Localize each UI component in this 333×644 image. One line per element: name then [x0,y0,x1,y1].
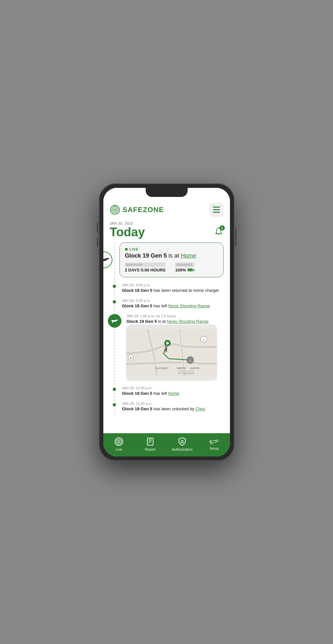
authorization-nav-icon [178,437,187,446]
svg-point-14 [111,320,112,321]
svg-rect-12 [112,322,113,323]
date-label: JAN 30, 2023 [110,221,224,225]
event-text-5: Glock 19 Gen 5 has been unlocked by Chri… [122,406,205,412]
chris-link[interactable]: Chris [195,406,205,411]
map-container[interactable]: 1 5 ⌂ [126,324,217,381]
live-title: Glock 19 Gen 5 is at Home [125,252,218,259]
power-button [235,229,236,246]
page-title: Today [110,225,145,239]
nav-authorization[interactable]: Authorization [172,437,193,451]
svg-rect-13 [116,320,117,321]
phone-frame: SAFEZONE JAN 30, 2023 Today 1 [99,183,234,461]
svg-text:5: 5 [130,356,131,359]
svg-point-38 [149,438,151,440]
charged-value: 100% [175,268,194,272]
event-date-3: JAN 28- 1:00 p.m. for 2.5 hours [127,314,209,318]
event-date-1: JAN 28- 4:00 p.m. [122,283,219,287]
event-charger: JAN 28- 4:00 p.m. Glock 19 Gen 5 has bee… [110,283,224,293]
live-dot [125,248,128,250]
menu-line-1 [213,207,220,208]
volume-down-button [97,237,98,247]
timeline: LIVE Glock 19 Gen 5 is at Home DURATION … [103,239,230,433]
event-date-2: JAN 28- 3:30 p.m. [122,299,210,302]
event-dot-2 [113,300,116,303]
svg-rect-8 [106,259,107,260]
event-dot-4 [113,388,116,391]
event-date-5: JAN 28- 11:00 a.m. [122,402,205,405]
live-stats: DURATION 2 DAYS 5:00 HOURS CHARGED 100% [125,262,218,272]
duration-stat: DURATION 2 DAYS 5:00 HOURS [125,262,166,272]
live-indicator: LIVE [125,247,218,251]
nav-setup-label: Setup [210,446,219,450]
battery-icon [187,268,194,271]
live-nav-icon [114,437,123,446]
range-icon [108,314,121,328]
nexis-link-2[interactable]: Nexis Shooting Range [167,319,209,324]
svg-text:NORTH: NORTH [177,367,186,370]
nav-report-label: Report [145,447,155,451]
notification-badge: 1 [220,225,225,230]
gun-icon [103,256,110,263]
event-text-2: Glock 19 Gen 5 has left Nexis Shooting R… [122,303,210,309]
event-content-1: JAN 28- 4:00 p.m. Glock 19 Gen 5 has bee… [122,283,219,293]
event-date-4: JAN 28- 12:00 p.m. [122,386,180,390]
report-nav-icon [146,437,155,446]
nexis-link-1[interactable]: Nexis Shooting Range [168,303,210,308]
event-text-1: Glock 19 Gen 5 has been returned to home… [122,288,219,293]
event-content-5: JAN 28- 11:00 a.m. Glock 19 Gen 5 has be… [122,402,205,412]
nav-report[interactable]: Report [140,437,160,451]
home-link[interactable]: Home [168,391,180,396]
nav-live[interactable]: Live [109,437,129,451]
svg-rect-29 [178,370,194,373]
title-row: Today 1 [110,225,224,239]
notification-button[interactable]: 1 [214,227,224,238]
live-card-wrapper: LIVE Glock 19 Gen 5 is at Home DURATION … [110,242,224,277]
menu-button[interactable] [209,203,224,217]
volume-up-button [97,222,98,232]
logo-zone: ZONE [143,206,164,214]
svg-point-21 [166,342,169,344]
map-svg: 1 5 ⌂ [126,324,217,381]
logo-text: SAFEZONE [123,206,164,214]
event-unlocked: JAN 28- 11:00 a.m. Glock 19 Gen 5 has be… [110,402,224,412]
range-event-content: JAN 28- 1:00 p.m. for 2.5 hours Glock 19… [127,314,209,324]
charged-stat: CHARGED 100% [175,262,194,272]
app-header: SAFEZONE [103,197,230,220]
live-location-link[interactable]: Home [181,252,196,259]
event-dot-1 [113,285,116,288]
event-text-3: Glock 19 Gen 5 is at Nexis Shooting Rang… [127,319,209,324]
setup-nav-icon [209,438,219,445]
svg-point-3 [114,209,116,210]
event-content-4: JAN 28- 12:00 p.m. Glock 19 Gen 5 has le… [122,386,180,396]
event-dot-5 [113,403,116,406]
live-card: LIVE Glock 19 Gen 5 is at Home DURATION … [120,242,224,277]
lower-events: JAN 28- 12:00 p.m. Glock 19 Gen 5 has le… [110,386,224,412]
app-screen: SAFEZONE JAN 30, 2023 Today 1 [103,188,230,433]
nav-setup[interactable]: Setup [204,438,224,450]
gun-white-icon [111,318,119,323]
menu-line-2 [213,209,220,210]
bottom-nav: Live Report Authorization [103,433,230,456]
event-left-home: JAN 28- 12:00 p.m. Glock 19 Gen 5 has le… [110,386,224,396]
event-left-nexis: JAN 28- 3:30 p.m. Glock 19 Gen 5 has lef… [110,299,224,309]
event-at-nexis: JAN 28- 1:00 p.m. for 2.5 hours Glock 19… [110,314,224,324]
svg-point-43 [210,441,211,442]
svg-rect-42 [211,442,212,444]
menu-line-3 [213,212,220,213]
phone-notch [146,188,188,197]
charged-label: CHARGED [175,262,194,267]
svg-point-39 [181,440,183,442]
logo-icon [110,205,120,215]
logo-safe: SAFE [123,206,143,214]
duration-value: 2 DAYS 5:00 HOURS [125,268,166,272]
event-text-4: Glock 19 Gen 5 has left Home [122,391,180,396]
svg-point-24 [165,345,167,348]
event-content-2: JAN 28- 3:30 p.m. Glock 19 Gen 5 has lef… [122,299,210,309]
nav-auth-label: Authorization [172,447,193,451]
gun-avatar [103,251,112,268]
duration-label: DURATION [125,262,166,267]
svg-text:1: 1 [203,338,204,342]
phone-screen: SAFEZONE JAN 30, 2023 Today 1 [103,188,230,456]
logo: SAFEZONE [110,205,164,215]
nav-live-label: Live [116,447,122,451]
